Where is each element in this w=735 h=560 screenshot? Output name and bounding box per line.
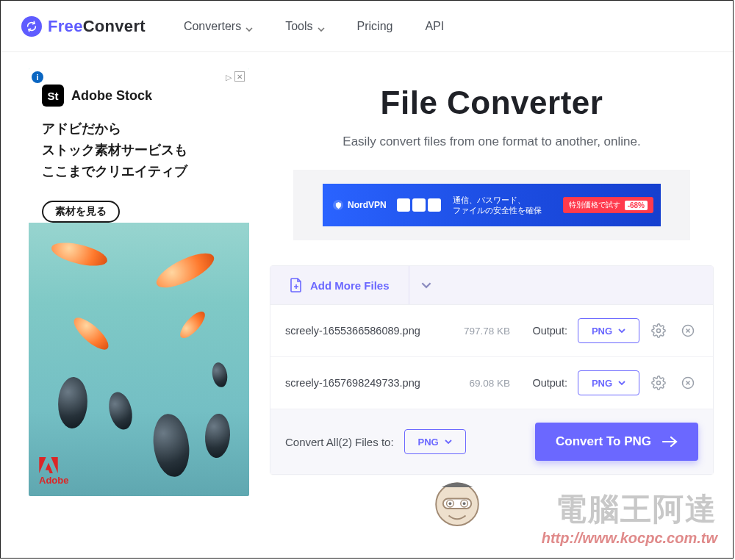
ad-brand: St Adobe Stock — [42, 85, 152, 107]
inline-ad-graphic — [397, 198, 441, 212]
watermark-url: http://www.kocpc.com.tw — [542, 530, 717, 547]
ad-brand-name: Adobe Stock — [71, 88, 152, 104]
file-row: screely-1655366586089.png797.78 KBOutput… — [270, 305, 713, 357]
inline-ad-discount: -68% — [625, 201, 648, 210]
convert-all-label: Convert All(2) Files to: — [285, 436, 394, 448]
svg-point-8 — [448, 502, 451, 505]
sidebar-ad-column: i ▷ ✕ St Adobe Stock アドビだから ストック素材サービスも … — [29, 68, 249, 496]
content: i ▷ ✕ St Adobe Stock アドビだから ストック素材サービスも … — [1, 52, 733, 496]
chevron-down-icon — [618, 327, 625, 334]
file-output-label: Output: — [510, 325, 572, 337]
nav-tools[interactable]: Tools — [285, 20, 324, 33]
sidebar-ad[interactable]: i ▷ ✕ St Adobe Stock アドビだから ストック素材サービスも … — [29, 68, 249, 496]
page-subtitle: Easily convert files from one format to … — [270, 134, 714, 149]
ad-info-icon[interactable]: i — [32, 71, 43, 83]
page-title: File Converter — [270, 85, 714, 121]
inline-ad-copy: 通信、パスワード、 ファイルの安全性を確保 — [453, 195, 542, 216]
chevron-down-icon — [318, 23, 325, 30]
file-format-value: PNG — [592, 326, 612, 337]
ad-copy: アドビだから ストック素材サービスも ここまでクリエイティブ — [42, 118, 187, 182]
file-name: screely-1655366586089.png — [285, 325, 437, 337]
inline-ad-brand: NordVPN — [333, 200, 387, 210]
file-size: 797.78 KB — [437, 326, 510, 337]
file-output-label: Output: — [510, 377, 572, 389]
chevron-down-icon — [421, 280, 431, 290]
inline-ad-cta[interactable]: 特別価格で試す -68% — [563, 197, 653, 213]
header: FreeConvert Converters Tools Pricing API — [1, 1, 733, 52]
ad-cta-button[interactable]: 素材を見る — [42, 201, 120, 223]
add-more-files-label: Add More Files — [310, 279, 390, 292]
file-name: screely-1657698249733.png — [285, 377, 437, 389]
svg-point-6 — [447, 500, 454, 507]
gear-icon — [651, 323, 666, 338]
svg-point-2 — [657, 381, 661, 385]
logo[interactable]: FreeConvert — [21, 16, 146, 37]
ad-brand-badge: St — [42, 85, 64, 107]
svg-point-7 — [461, 500, 468, 507]
nav-converters-label: Converters — [184, 20, 241, 33]
add-more-files-dropdown[interactable] — [409, 266, 443, 304]
file-row: screely-1657698249733.png69.08 KBOutput:… — [270, 357, 713, 409]
svg-rect-5 — [443, 498, 471, 508]
file-settings-button[interactable] — [648, 320, 669, 341]
adobe-logo-icon — [39, 457, 58, 473]
gear-icon — [651, 376, 666, 390]
logo-icon — [21, 16, 42, 37]
chevron-down-icon — [245, 23, 253, 30]
nav-api-label: API — [425, 20, 444, 33]
nav-pricing[interactable]: Pricing — [357, 20, 393, 33]
adchoices-icon[interactable]: ▷ — [226, 73, 232, 82]
panel-footer: Convert All(2) Files to: PNG Convert To … — [270, 409, 713, 474]
file-remove-button[interactable] — [678, 320, 698, 341]
nav: Converters Tools Pricing API — [184, 20, 444, 33]
ad-footer-brand: Adobe — [39, 457, 68, 486]
svg-point-0 — [657, 329, 661, 333]
file-remove-button[interactable] — [678, 373, 698, 393]
convert-button-label: Convert To PNG — [556, 434, 651, 449]
file-format-select[interactable]: PNG — [578, 370, 639, 395]
close-circle-icon — [681, 376, 695, 390]
global-format-value: PNG — [417, 437, 438, 448]
watermark: 電腦王阿達 http://www.kocpc.com.tw — [542, 489, 717, 547]
file-format-select[interactable]: PNG — [578, 318, 639, 343]
nav-pricing-label: Pricing — [357, 20, 393, 33]
chevron-down-icon — [618, 379, 625, 387]
nav-api[interactable]: API — [425, 20, 444, 33]
add-more-files-button[interactable]: Add More Files — [270, 266, 409, 304]
logo-text: FreeConvert — [48, 17, 146, 36]
inline-ad-container: NordVPN 通信、パスワード、 ファイルの安全性を確保 特別価格で試す -6… — [293, 170, 690, 240]
panel-toolbar: Add More Files — [270, 266, 713, 305]
shield-icon — [333, 200, 343, 210]
file-add-icon — [290, 278, 303, 292]
arrow-right-icon — [662, 436, 678, 448]
file-format-value: PNG — [592, 378, 612, 389]
main-column: File Converter Easily convert files from… — [270, 68, 733, 496]
close-circle-icon — [681, 323, 695, 338]
convert-button[interactable]: Convert To PNG — [535, 423, 698, 461]
file-size: 69.08 KB — [437, 378, 510, 389]
nav-converters[interactable]: Converters — [184, 20, 253, 33]
nav-tools-label: Tools — [285, 20, 312, 33]
global-format-select[interactable]: PNG — [404, 429, 466, 454]
inline-ad[interactable]: NordVPN 通信、パスワード、 ファイルの安全性を確保 特別価格で試す -6… — [323, 184, 661, 226]
chevron-down-icon — [445, 438, 452, 445]
svg-point-9 — [463, 502, 466, 505]
file-settings-button[interactable] — [648, 373, 669, 393]
converter-panel: Add More Files screely-1655366586089.png… — [270, 265, 714, 475]
ad-close-icon[interactable]: ✕ — [234, 71, 245, 82]
